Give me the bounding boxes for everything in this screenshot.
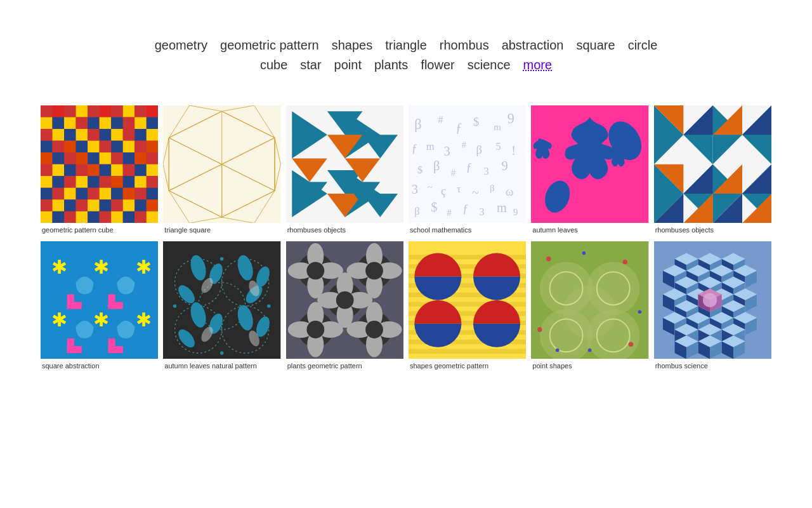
thumbnail-12	[654, 241, 771, 359]
svg-rect-92	[53, 211, 65, 224]
svg-rect-4	[76, 105, 88, 117]
tag-shapes[interactable]: shapes	[332, 38, 373, 53]
gallery-item-11[interactable]: point shapes	[528, 239, 651, 375]
tag-point[interactable]: point	[334, 58, 362, 72]
tag-science[interactable]: science	[468, 58, 511, 72]
gallery-item-7[interactable]: ✱ ✱ ✱ ✱ ✱ ✱	[38, 239, 160, 375]
tag-square[interactable]: square	[576, 38, 615, 53]
tag-flower[interactable]: flower	[421, 58, 454, 72]
svg-rect-29	[134, 129, 147, 141]
svg-point-303	[588, 348, 592, 352]
tag-more[interactable]: more	[523, 58, 553, 72]
svg-rect-45	[88, 152, 100, 164]
gallery-item-4[interactable]: β # ƒ $ m 9 ƒ m 3 # β 5 ! $ β # ƒ	[406, 103, 528, 239]
svg-rect-18	[123, 117, 135, 130]
svg-text:~: ~	[428, 182, 433, 192]
tag-geometry[interactable]: geometry	[155, 38, 207, 53]
svg-point-231	[267, 304, 271, 308]
svg-rect-22	[53, 129, 65, 141]
svg-rect-84	[76, 199, 88, 211]
svg-text:ƒ: ƒ	[455, 121, 462, 135]
tag-circle[interactable]: circle	[628, 38, 658, 53]
svg-text:β: β	[414, 116, 421, 132]
svg-text:m: m	[494, 122, 501, 132]
svg-text:3: 3	[444, 144, 450, 158]
svg-point-251	[306, 321, 324, 338]
svg-text:9: 9	[513, 207, 518, 217]
svg-point-304	[629, 342, 633, 346]
svg-rect-25	[88, 129, 100, 141]
svg-rect-73	[64, 188, 76, 200]
svg-rect-57	[111, 164, 123, 177]
svg-rect-56	[100, 164, 112, 177]
svg-rect-1	[41, 105, 53, 117]
svg-rect-83	[64, 199, 76, 211]
thumbnail-2	[163, 105, 280, 223]
svg-rect-286	[409, 349, 526, 353]
item-label-9: plants geometric pattern	[286, 359, 403, 371]
tag-plants[interactable]: plants	[374, 58, 408, 72]
svg-text:m: m	[426, 140, 435, 152]
item-label-1: geometric pattern cube	[41, 223, 158, 236]
svg-rect-74	[76, 188, 88, 200]
svg-rect-64	[76, 176, 88, 188]
svg-rect-203	[108, 302, 123, 309]
gallery-item-8[interactable]: autumn leaves natural pattern	[160, 239, 283, 375]
svg-rect-3	[64, 105, 76, 117]
svg-rect-6	[100, 105, 112, 117]
svg-text:β: β	[476, 143, 482, 156]
tag-triangle[interactable]: triangle	[385, 38, 427, 53]
gallery-item-1[interactable]: geometric pattern cube	[38, 103, 160, 239]
svg-rect-8	[123, 105, 135, 117]
svg-point-293	[563, 285, 616, 338]
tag-rhombus[interactable]: rhombus	[440, 38, 489, 53]
svg-rect-20	[147, 117, 159, 130]
gallery-item-3[interactable]: rhombuses objects	[284, 103, 406, 239]
svg-point-263	[336, 291, 353, 309]
svg-rect-60	[147, 164, 159, 177]
svg-rect-59	[134, 164, 147, 177]
svg-text:ƒ: ƒ	[412, 142, 417, 155]
svg-point-257	[365, 321, 383, 338]
tag-geometric-pattern[interactable]: geometric pattern	[220, 38, 319, 53]
svg-text:✱: ✱	[51, 309, 67, 330]
gallery-item-5[interactable]: autumn leaves	[528, 103, 651, 239]
svg-point-299	[582, 251, 586, 255]
svg-text:✱: ✱	[136, 257, 152, 277]
gallery-item-9[interactable]: plants geometric pattern	[284, 239, 406, 375]
gallery-item-2[interactable]: triangle square	[160, 103, 283, 239]
svg-point-302	[538, 327, 542, 331]
tags-line-1: geometry geometric pattern shapes triang…	[13, 38, 799, 53]
svg-rect-44	[76, 152, 88, 164]
gallery: geometric pattern cube	[0, 90, 812, 387]
gallery-item-10[interactable]: shapes geometric pattern	[406, 239, 528, 375]
svg-point-229	[220, 257, 224, 261]
tag-cube[interactable]: cube	[260, 58, 287, 72]
item-label-10: shapes geometric pattern	[409, 359, 526, 371]
svg-text:β: β	[490, 183, 495, 193]
svg-text:ç: ç	[441, 184, 446, 197]
svg-text:5: 5	[495, 140, 501, 152]
tag-abstraction[interactable]: abstraction	[502, 38, 564, 53]
svg-text:#: #	[451, 168, 456, 178]
svg-rect-21	[41, 129, 53, 141]
tag-star[interactable]: star	[300, 58, 321, 72]
svg-rect-85	[88, 199, 100, 211]
gallery-item-6[interactable]: rhombuses objects	[652, 103, 774, 239]
svg-rect-26	[100, 129, 112, 141]
svg-point-245	[365, 262, 383, 279]
item-label-7: square abstraction	[41, 359, 158, 371]
svg-rect-205	[67, 346, 82, 353]
svg-rect-40	[147, 141, 159, 153]
svg-rect-93	[64, 211, 76, 224]
svg-rect-63	[64, 176, 76, 188]
svg-rect-69	[134, 176, 147, 188]
gallery-item-12[interactable]: rhombus science	[652, 239, 774, 375]
svg-rect-17	[111, 117, 123, 130]
svg-rect-30	[147, 129, 159, 141]
svg-rect-2	[53, 105, 65, 117]
svg-rect-46	[100, 152, 112, 164]
thumbnail-5	[531, 105, 648, 223]
item-label-6: rhombuses objects	[654, 223, 771, 236]
svg-text:$: $	[431, 200, 437, 214]
